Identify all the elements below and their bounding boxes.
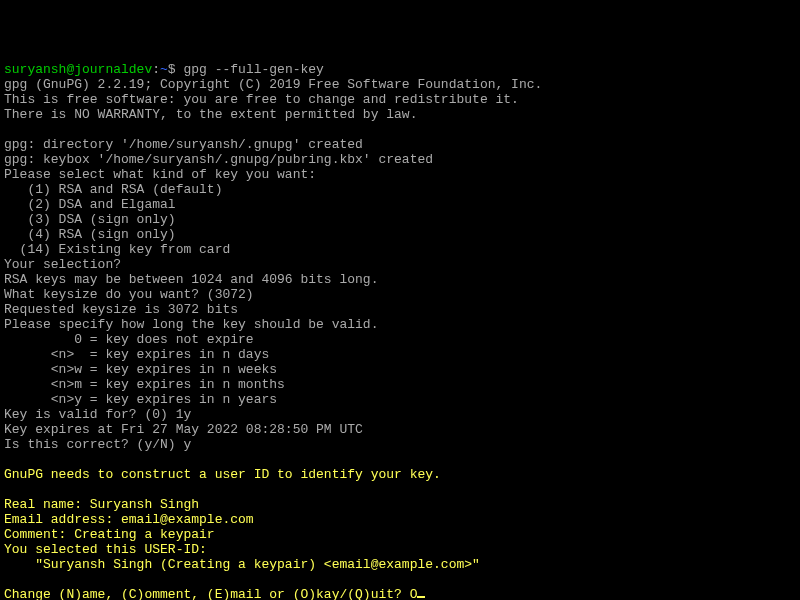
output-line: Key expires at Fri 27 May 2022 08:28:50 … [4, 422, 363, 437]
output-line: There is NO WARRANTY, to the extent perm… [4, 107, 417, 122]
prompt-colon: : [152, 62, 160, 77]
output-line: gpg: directory '/home/suryansh/.gnupg' c… [4, 137, 363, 152]
output-line: Comment: Creating a keypair [4, 527, 215, 542]
output-line: Requested keysize is 3072 bits [4, 302, 238, 317]
output-line: This is free software: you are free to c… [4, 92, 519, 107]
output-line: <n>y = key expires in n years [4, 392, 277, 407]
output-line: (4) RSA (sign only) [4, 227, 176, 242]
prompt-path: ~ [160, 62, 168, 77]
output-line: RSA keys may be between 1024 and 4096 bi… [4, 272, 378, 287]
output-line: Please select what kind of key you want: [4, 167, 316, 182]
output-line: What keysize do you want? (3072) [4, 287, 254, 302]
final-prompt: Change (N)ame, (C)omment, (E)mail or (O)… [4, 587, 417, 600]
terminal-output[interactable]: suryansh@journaldev:~$ gpg --full-gen-ke… [4, 62, 796, 600]
output-line: "Suryansh Singh (Creating a keypair) <em… [4, 557, 480, 572]
output-line: <n>m = key expires in n months [4, 377, 285, 392]
prompt-dollar: $ [168, 62, 184, 77]
output-line: (1) RSA and RSA (default) [4, 182, 222, 197]
output-line: (2) DSA and Elgamal [4, 197, 176, 212]
output-line: gpg (GnuPG) 2.2.19; Copyright (C) 2019 F… [4, 77, 542, 92]
output-line: 0 = key does not expire [4, 332, 254, 347]
output-line: <n>w = key expires in n weeks [4, 362, 277, 377]
output-line: GnuPG needs to construct a user ID to id… [4, 467, 441, 482]
prompt-user: suryansh@journaldev [4, 62, 152, 77]
output-line: (3) DSA (sign only) [4, 212, 176, 227]
output-line: Key is valid for? (0) 1y [4, 407, 191, 422]
output-line: Please specify how long the key should b… [4, 317, 378, 332]
output-line: (14) Existing key from card [4, 242, 230, 257]
output-line: Is this correct? (y/N) y [4, 437, 191, 452]
output-line: gpg: keybox '/home/suryansh/.gnupg/pubri… [4, 152, 433, 167]
output-line: Email address: email@example.com [4, 512, 254, 527]
output-line: Your selection? [4, 257, 121, 272]
command-text: gpg --full-gen-key [183, 62, 323, 77]
output-line: Real name: Suryansh Singh [4, 497, 199, 512]
output-line: <n> = key expires in n days [4, 347, 269, 362]
output-line: You selected this USER-ID: [4, 542, 207, 557]
cursor-icon [417, 596, 425, 598]
